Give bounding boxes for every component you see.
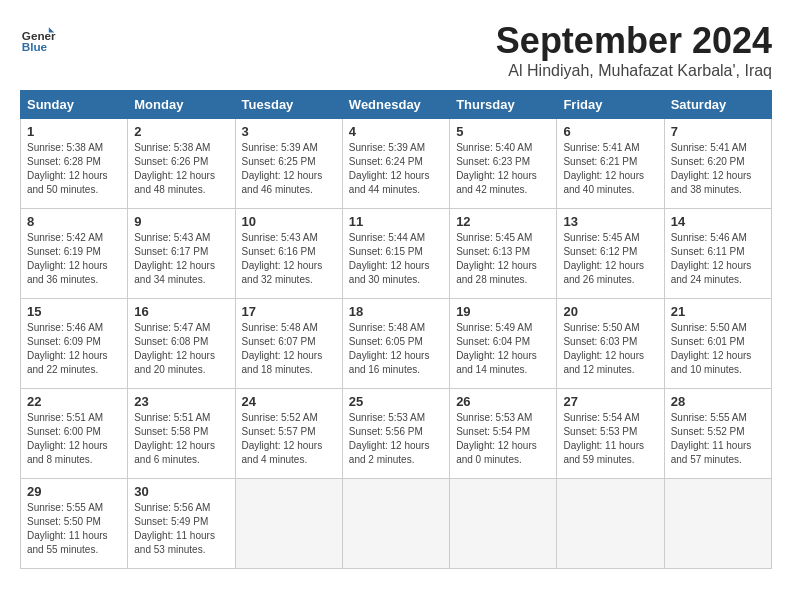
table-row: 8Sunrise: 5:42 AMSunset: 6:19 PMDaylight… [21, 209, 128, 299]
day-info: Sunrise: 5:42 AMSunset: 6:19 PMDaylight:… [27, 231, 121, 287]
month-title: September 2024 [496, 20, 772, 62]
table-row: 30Sunrise: 5:56 AMSunset: 5:49 PMDayligh… [128, 479, 235, 569]
day-number: 3 [242, 124, 336, 139]
day-info: Sunrise: 5:48 AMSunset: 6:05 PMDaylight:… [349, 321, 443, 377]
title-section: September 2024 Al Hindiyah, Muhafazat Ka… [496, 20, 772, 80]
table-row: 15Sunrise: 5:46 AMSunset: 6:09 PMDayligh… [21, 299, 128, 389]
day-info: Sunrise: 5:39 AMSunset: 6:24 PMDaylight:… [349, 141, 443, 197]
day-number: 4 [349, 124, 443, 139]
table-row: 7Sunrise: 5:41 AMSunset: 6:20 PMDaylight… [664, 119, 771, 209]
day-info: Sunrise: 5:46 AMSunset: 6:11 PMDaylight:… [671, 231, 765, 287]
calendar-row: 29Sunrise: 5:55 AMSunset: 5:50 PMDayligh… [21, 479, 772, 569]
day-info: Sunrise: 5:40 AMSunset: 6:23 PMDaylight:… [456, 141, 550, 197]
day-info: Sunrise: 5:47 AMSunset: 6:08 PMDaylight:… [134, 321, 228, 377]
svg-text:Blue: Blue [22, 40, 48, 53]
calendar-row: 1Sunrise: 5:38 AMSunset: 6:28 PMDaylight… [21, 119, 772, 209]
day-number: 7 [671, 124, 765, 139]
day-info: Sunrise: 5:56 AMSunset: 5:49 PMDaylight:… [134, 501, 228, 557]
day-number: 27 [563, 394, 657, 409]
table-row [235, 479, 342, 569]
table-row: 22Sunrise: 5:51 AMSunset: 6:00 PMDayligh… [21, 389, 128, 479]
logo-icon: General Blue [20, 20, 56, 56]
col-wednesday: Wednesday [342, 91, 449, 119]
day-info: Sunrise: 5:43 AMSunset: 6:16 PMDaylight:… [242, 231, 336, 287]
day-info: Sunrise: 5:38 AMSunset: 6:28 PMDaylight:… [27, 141, 121, 197]
day-info: Sunrise: 5:41 AMSunset: 6:20 PMDaylight:… [671, 141, 765, 197]
day-info: Sunrise: 5:41 AMSunset: 6:21 PMDaylight:… [563, 141, 657, 197]
day-info: Sunrise: 5:43 AMSunset: 6:17 PMDaylight:… [134, 231, 228, 287]
day-info: Sunrise: 5:55 AMSunset: 5:52 PMDaylight:… [671, 411, 765, 467]
day-info: Sunrise: 5:50 AMSunset: 6:03 PMDaylight:… [563, 321, 657, 377]
table-row: 28Sunrise: 5:55 AMSunset: 5:52 PMDayligh… [664, 389, 771, 479]
col-thursday: Thursday [450, 91, 557, 119]
day-number: 13 [563, 214, 657, 229]
day-number: 28 [671, 394, 765, 409]
day-number: 30 [134, 484, 228, 499]
day-info: Sunrise: 5:53 AMSunset: 5:54 PMDaylight:… [456, 411, 550, 467]
day-number: 21 [671, 304, 765, 319]
day-info: Sunrise: 5:49 AMSunset: 6:04 PMDaylight:… [456, 321, 550, 377]
day-info: Sunrise: 5:46 AMSunset: 6:09 PMDaylight:… [27, 321, 121, 377]
logo: General Blue [20, 20, 56, 56]
day-number: 14 [671, 214, 765, 229]
day-number: 15 [27, 304, 121, 319]
day-info: Sunrise: 5:53 AMSunset: 5:56 PMDaylight:… [349, 411, 443, 467]
day-number: 29 [27, 484, 121, 499]
table-row: 27Sunrise: 5:54 AMSunset: 5:53 PMDayligh… [557, 389, 664, 479]
day-number: 19 [456, 304, 550, 319]
day-info: Sunrise: 5:48 AMSunset: 6:07 PMDaylight:… [242, 321, 336, 377]
day-info: Sunrise: 5:44 AMSunset: 6:15 PMDaylight:… [349, 231, 443, 287]
table-row [450, 479, 557, 569]
calendar-row: 15Sunrise: 5:46 AMSunset: 6:09 PMDayligh… [21, 299, 772, 389]
day-number: 1 [27, 124, 121, 139]
col-monday: Monday [128, 91, 235, 119]
table-row: 9Sunrise: 5:43 AMSunset: 6:17 PMDaylight… [128, 209, 235, 299]
col-saturday: Saturday [664, 91, 771, 119]
location-title: Al Hindiyah, Muhafazat Karbala', Iraq [496, 62, 772, 80]
day-info: Sunrise: 5:50 AMSunset: 6:01 PMDaylight:… [671, 321, 765, 377]
table-row: 16Sunrise: 5:47 AMSunset: 6:08 PMDayligh… [128, 299, 235, 389]
day-number: 8 [27, 214, 121, 229]
day-info: Sunrise: 5:55 AMSunset: 5:50 PMDaylight:… [27, 501, 121, 557]
table-row: 21Sunrise: 5:50 AMSunset: 6:01 PMDayligh… [664, 299, 771, 389]
table-row: 13Sunrise: 5:45 AMSunset: 6:12 PMDayligh… [557, 209, 664, 299]
table-row: 2Sunrise: 5:38 AMSunset: 6:26 PMDaylight… [128, 119, 235, 209]
day-number: 24 [242, 394, 336, 409]
day-info: Sunrise: 5:39 AMSunset: 6:25 PMDaylight:… [242, 141, 336, 197]
table-row: 24Sunrise: 5:52 AMSunset: 5:57 PMDayligh… [235, 389, 342, 479]
day-number: 10 [242, 214, 336, 229]
day-info: Sunrise: 5:54 AMSunset: 5:53 PMDaylight:… [563, 411, 657, 467]
table-row: 4Sunrise: 5:39 AMSunset: 6:24 PMDaylight… [342, 119, 449, 209]
day-number: 6 [563, 124, 657, 139]
day-number: 16 [134, 304, 228, 319]
table-row: 18Sunrise: 5:48 AMSunset: 6:05 PMDayligh… [342, 299, 449, 389]
day-number: 5 [456, 124, 550, 139]
day-number: 2 [134, 124, 228, 139]
table-row: 25Sunrise: 5:53 AMSunset: 5:56 PMDayligh… [342, 389, 449, 479]
table-row: 26Sunrise: 5:53 AMSunset: 5:54 PMDayligh… [450, 389, 557, 479]
page-header: General Blue September 2024 Al Hindiyah,… [20, 20, 772, 80]
table-row: 19Sunrise: 5:49 AMSunset: 6:04 PMDayligh… [450, 299, 557, 389]
day-number: 11 [349, 214, 443, 229]
day-number: 9 [134, 214, 228, 229]
table-row: 5Sunrise: 5:40 AMSunset: 6:23 PMDaylight… [450, 119, 557, 209]
table-row: 29Sunrise: 5:55 AMSunset: 5:50 PMDayligh… [21, 479, 128, 569]
table-row [342, 479, 449, 569]
col-friday: Friday [557, 91, 664, 119]
calendar-header-row: Sunday Monday Tuesday Wednesday Thursday… [21, 91, 772, 119]
day-number: 25 [349, 394, 443, 409]
day-number: 20 [563, 304, 657, 319]
day-info: Sunrise: 5:45 AMSunset: 6:13 PMDaylight:… [456, 231, 550, 287]
table-row: 10Sunrise: 5:43 AMSunset: 6:16 PMDayligh… [235, 209, 342, 299]
calendar-row: 22Sunrise: 5:51 AMSunset: 6:00 PMDayligh… [21, 389, 772, 479]
day-info: Sunrise: 5:45 AMSunset: 6:12 PMDaylight:… [563, 231, 657, 287]
day-info: Sunrise: 5:51 AMSunset: 5:58 PMDaylight:… [134, 411, 228, 467]
calendar-row: 8Sunrise: 5:42 AMSunset: 6:19 PMDaylight… [21, 209, 772, 299]
col-sunday: Sunday [21, 91, 128, 119]
table-row: 23Sunrise: 5:51 AMSunset: 5:58 PMDayligh… [128, 389, 235, 479]
day-number: 22 [27, 394, 121, 409]
table-row [557, 479, 664, 569]
table-row: 6Sunrise: 5:41 AMSunset: 6:21 PMDaylight… [557, 119, 664, 209]
table-row: 17Sunrise: 5:48 AMSunset: 6:07 PMDayligh… [235, 299, 342, 389]
table-row: 11Sunrise: 5:44 AMSunset: 6:15 PMDayligh… [342, 209, 449, 299]
